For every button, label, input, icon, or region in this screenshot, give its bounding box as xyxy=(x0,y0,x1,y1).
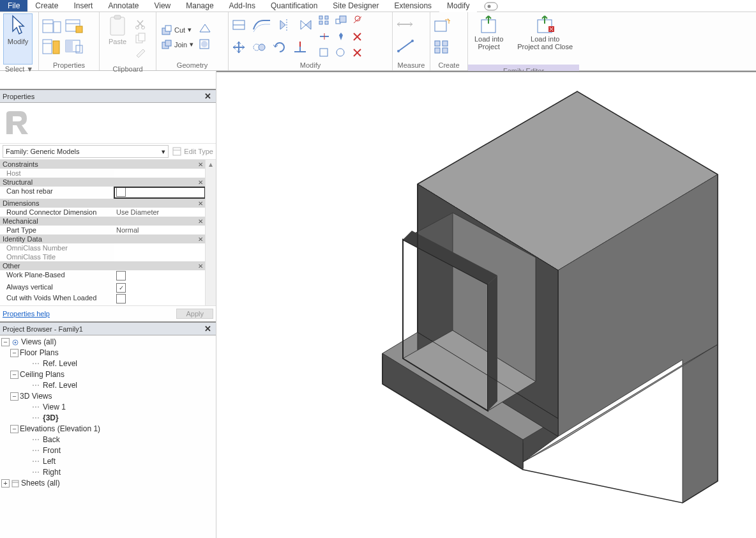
tab-manage[interactable]: Manage xyxy=(178,0,221,12)
file-tab[interactable]: File xyxy=(0,0,27,12)
delete-icon[interactable] xyxy=(352,31,363,43)
split-icon[interactable] xyxy=(319,31,330,43)
tab-extensions[interactable]: Extensions xyxy=(386,0,439,12)
apply-button[interactable]: Apply xyxy=(176,309,213,319)
clipboard-icon xyxy=(108,15,127,36)
cut-voids-checkbox[interactable] xyxy=(116,294,126,304)
align-icon[interactable] xyxy=(232,18,246,34)
unpin-icon[interactable] xyxy=(352,15,363,27)
load-into-project-close-button[interactable]: Load into Project and Close xyxy=(514,13,576,65)
svg-point-52 xyxy=(397,50,400,52)
group-other[interactable]: Other✕ xyxy=(0,261,206,270)
prop-can-host-rebar: Can host rebar xyxy=(0,187,114,199)
load-project-icon xyxy=(480,15,499,34)
prop-work-plane: Work Plane-Based xyxy=(0,270,114,282)
svg-rect-35 xyxy=(325,16,328,19)
svg-point-65 xyxy=(15,341,17,343)
array-icon[interactable] xyxy=(319,15,330,27)
pin-icon[interactable] xyxy=(335,31,347,43)
properties-icon-2[interactable] xyxy=(42,38,61,57)
copy-icon-modify[interactable] xyxy=(252,40,266,56)
svg-rect-56 xyxy=(442,41,448,46)
tree-3d-views[interactable]: −3D Views xyxy=(1,391,215,402)
modify-tool[interactable]: Modify xyxy=(3,13,33,65)
mirror-pick-icon[interactable] xyxy=(278,18,292,34)
svg-rect-19 xyxy=(139,33,145,41)
extra-icon-b[interactable] xyxy=(335,47,347,59)
browser-title: Project Browser - Family1 xyxy=(3,325,83,333)
create-icon-b[interactable] xyxy=(434,40,450,56)
geom-icon-b[interactable] xyxy=(199,38,211,52)
tree-3d-current[interactable]: ⋯{3D} xyxy=(1,413,215,424)
properties-icon-1[interactable] xyxy=(42,18,61,36)
group-identity[interactable]: Identity Data✕ xyxy=(0,234,206,243)
tab-annotate[interactable]: Annotate xyxy=(100,0,146,12)
part-type-value[interactable]: Normal xyxy=(114,226,206,234)
tree-floor-plans[interactable]: −Floor Plans xyxy=(1,348,215,358)
tab-addins[interactable]: Add-Ins xyxy=(222,0,263,12)
tree-views-all[interactable]: −Views (all) xyxy=(1,337,215,348)
browser-close-button[interactable]: ✕ xyxy=(202,324,213,334)
properties-group-label: Properties xyxy=(42,61,96,70)
join-geometry-button[interactable]: Join▾ xyxy=(160,38,195,51)
measure-icon-b[interactable] xyxy=(396,38,415,56)
group-constraints[interactable]: Constraints✕ xyxy=(0,160,206,169)
tree-elev-right[interactable]: ⋯Right xyxy=(1,467,215,478)
paste-button[interactable]: Paste xyxy=(103,13,132,65)
tab-view[interactable]: View xyxy=(146,0,178,12)
extra-icon-a[interactable] xyxy=(319,47,330,59)
always-vertical-checkbox[interactable]: ✓ xyxy=(116,283,126,293)
group-mechanical[interactable]: Mechanical✕ xyxy=(0,217,206,226)
match-icon[interactable] xyxy=(135,47,147,59)
tab-modify[interactable]: Modify xyxy=(439,0,477,12)
properties-help-link[interactable]: Properties help xyxy=(3,310,50,318)
tree-sheets-all[interactable]: +Sheets (all) xyxy=(1,478,215,489)
family-selector[interactable]: Family: Generic Models▾ xyxy=(3,145,169,158)
properties-scrollbar[interactable]: ▴ xyxy=(205,160,216,305)
model-viewport[interactable] xyxy=(216,71,756,538)
properties-icon-3[interactable] xyxy=(64,18,84,36)
geom-icon-a[interactable] xyxy=(199,23,211,36)
can-host-rebar-checkbox[interactable] xyxy=(116,187,126,197)
revit-logo-icon xyxy=(3,109,32,138)
tab-insert[interactable]: Insert xyxy=(66,0,100,12)
svg-rect-21 xyxy=(165,26,171,31)
prop-round-connector: Round Connector Dimension xyxy=(0,208,114,217)
tree-ceiling-plans[interactable]: −Ceiling Plans xyxy=(1,369,215,380)
tab-create[interactable]: Create xyxy=(27,0,66,12)
tree-ceiling-ref-level[interactable]: ⋯Ref. Level xyxy=(1,380,215,391)
measure-icon-a[interactable] xyxy=(396,19,415,32)
scale-icon[interactable] xyxy=(335,15,347,27)
tree-view1[interactable]: ⋯View 1 xyxy=(1,402,215,413)
edit-type-button[interactable]: Edit Type xyxy=(172,147,213,156)
tree-elevations[interactable]: −Elevations (Elevation 1) xyxy=(1,424,215,434)
tree-elev-left[interactable]: ⋯Left xyxy=(1,456,215,467)
group-structural[interactable]: Structural✕ xyxy=(0,178,206,187)
copy-icon[interactable] xyxy=(135,33,147,45)
group-dimensions[interactable]: Dimensions✕ xyxy=(0,199,206,208)
trim-icon[interactable] xyxy=(293,40,307,56)
properties-icon-4[interactable] xyxy=(64,38,84,57)
svg-point-47 xyxy=(336,49,344,56)
svg-point-25 xyxy=(201,41,208,47)
load-into-project-button[interactable]: Load into Project xyxy=(471,13,506,65)
work-plane-checkbox[interactable] xyxy=(116,271,126,281)
select-group-label: Select ▼ xyxy=(3,65,35,74)
cut-icon[interactable] xyxy=(135,19,147,31)
tab-site-designer[interactable]: Site Designer xyxy=(325,0,386,12)
help-tab[interactable] xyxy=(477,0,505,12)
mirror-draw-icon[interactable] xyxy=(298,18,312,34)
rotate-icon[interactable] xyxy=(273,40,287,56)
properties-close-button[interactable]: ✕ xyxy=(202,91,213,101)
move-icon[interactable] xyxy=(232,40,246,56)
create-icon-a[interactable] xyxy=(434,19,450,35)
cut-geometry-button[interactable]: Cut▾ xyxy=(160,24,195,36)
extra-icon-c[interactable] xyxy=(352,47,363,59)
tree-elev-back[interactable]: ⋯Back xyxy=(1,434,215,445)
round-connector-value[interactable]: Use Diameter xyxy=(114,208,206,217)
tree-floor-ref-level[interactable]: ⋯Ref. Level xyxy=(1,358,215,369)
offset-icon[interactable] xyxy=(252,18,271,34)
svg-marker-86 xyxy=(488,275,497,411)
tree-elev-front[interactable]: ⋯Front xyxy=(1,445,215,456)
tab-quantification[interactable]: Quantification xyxy=(263,0,325,12)
